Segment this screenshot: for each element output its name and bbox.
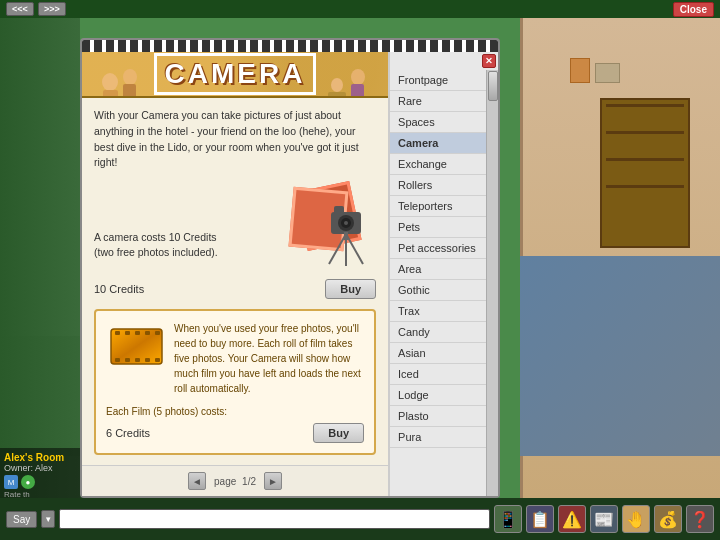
bottom-toolbar: Say ▼ 📱 📋 ⚠️ 📰 🤚 💰 ❓ [0, 498, 720, 540]
catalog-left-panel: CAMERA With your Camera you can take pic… [82, 52, 389, 496]
catalog-close-button[interactable]: ✕ [482, 54, 496, 68]
catalog-item-rare[interactable]: Rare [390, 91, 498, 112]
price-row: 10 Credits Buy [94, 279, 376, 299]
user-info-panel: Alex's Room Owner: Alex M ● Rate th [0, 448, 90, 498]
catalog-item-candy[interactable]: Candy [390, 322, 498, 343]
svg-point-4 [351, 69, 365, 85]
item-price: 10 Credits [94, 283, 144, 295]
svg-rect-22 [145, 331, 150, 335]
film-price: 6 Credits [106, 427, 150, 439]
chair-decoration [570, 58, 590, 83]
film-description: When you've used your free photos, you'l… [174, 321, 364, 396]
svg-rect-16 [344, 232, 348, 240]
chat-input[interactable] [59, 509, 490, 529]
forward-button[interactable]: >>> [38, 2, 66, 16]
svg-rect-6 [328, 92, 346, 98]
svg-rect-23 [155, 331, 160, 335]
svg-rect-1 [103, 90, 118, 98]
room-decorations [520, 38, 720, 108]
catalog-item-pura[interactable]: Pura [390, 427, 498, 448]
svg-line-8 [329, 234, 346, 264]
film-price-row: 6 Credits Buy [106, 423, 364, 443]
catalog-item-rollers[interactable]: Rollers [390, 175, 498, 196]
svg-point-0 [102, 73, 118, 91]
svg-point-15 [344, 221, 348, 225]
svg-rect-20 [125, 331, 130, 335]
camera-description: With your Camera you can take pictures o… [94, 108, 376, 171]
prev-page-button[interactable]: ◄ [188, 472, 206, 490]
catalog-item-pets[interactable]: Pets [390, 217, 498, 238]
game-area: Alex's Room Owner: Alex M ● Rate th [0, 18, 720, 498]
banner-decoration-right [323, 57, 383, 98]
catalog-item-teleporters[interactable]: Teleporters [390, 196, 498, 217]
catalog-item-pet-accessories[interactable]: Pet accessories [390, 238, 498, 259]
catalog-icon[interactable]: 📋 [526, 505, 554, 533]
svg-point-2 [123, 69, 137, 85]
catalog-item-gothic[interactable]: Gothic [390, 280, 498, 301]
catalog-item-asian[interactable]: Asian [390, 343, 498, 364]
top-navigation-bar: <<< >>> Close [0, 0, 720, 18]
help-icon[interactable]: ❓ [686, 505, 714, 533]
camera-photo-illustration [276, 181, 376, 271]
camera-price-desc: A camera costs 10 Credits(two free photo… [94, 230, 272, 262]
svg-rect-25 [125, 358, 130, 362]
banner-decoration-left [90, 57, 150, 98]
svg-rect-5 [351, 84, 364, 98]
next-page-button[interactable]: ► [264, 472, 282, 490]
film-buy-button[interactable]: Buy [313, 423, 364, 443]
catalog-content-area: CAMERA With your Camera you can take pic… [82, 52, 498, 496]
badge-1: M [4, 475, 18, 489]
pagination-bar: ◄ page 1/2 ► [82, 465, 388, 496]
table-decoration [595, 63, 620, 83]
svg-rect-28 [155, 358, 160, 362]
catalog-item-iced[interactable]: Iced [390, 364, 498, 385]
say-dropdown[interactable]: ▼ [41, 510, 55, 528]
catalog-item-lodge[interactable]: Lodge [390, 385, 498, 406]
svg-rect-26 [135, 358, 140, 362]
alert-icon[interactable]: ⚠️ [558, 505, 586, 533]
svg-rect-19 [115, 331, 120, 335]
film-icon-area [106, 321, 166, 371]
catalog-item-plasto[interactable]: Plasto [390, 406, 498, 427]
catalog-item-exchange[interactable]: Exchange [390, 154, 498, 175]
catalog-item-frontpage[interactable]: Frontpage [390, 70, 498, 91]
svg-rect-3 [123, 84, 136, 98]
credits-icon[interactable]: 💰 [654, 505, 682, 533]
camera-banner: CAMERA [82, 52, 388, 98]
phone-icon[interactable]: 📱 [494, 505, 522, 533]
film-info-box: When you've used your free photos, you'l… [94, 309, 376, 455]
film-price-intro: Each Film (5 photos) costs: [106, 404, 364, 419]
close-button[interactable]: Close [673, 2, 714, 17]
badge-2: ● [21, 475, 35, 489]
bookshelf [600, 98, 690, 248]
catalog-item-spaces[interactable]: Spaces [390, 112, 498, 133]
room-name: Alex's Room [4, 452, 86, 463]
hand-icon[interactable]: 🤚 [622, 505, 650, 533]
svg-line-10 [346, 234, 363, 264]
catalog-item-camera[interactable]: Camera [390, 133, 498, 154]
film-box-inner: When you've used your free photos, you'l… [106, 321, 364, 396]
page-indicator: page 1/2 [214, 476, 256, 487]
camera-tripod-icon [319, 194, 374, 271]
news-icon[interactable]: 📰 [590, 505, 618, 533]
svg-rect-27 [145, 358, 150, 362]
svg-rect-12 [334, 206, 344, 214]
svg-rect-21 [135, 331, 140, 335]
owner-label: Owner: Alex [4, 463, 86, 473]
back-button[interactable]: <<< [6, 2, 34, 16]
category-scrollbar[interactable] [486, 70, 498, 496]
svg-point-7 [331, 78, 343, 92]
catalog-item-area[interactable]: Area [390, 259, 498, 280]
catalog-window: CAMERA With your Camera you can take pic… [80, 38, 500, 498]
user-badges: M ● [4, 475, 86, 489]
catalog-main-content: With your Camera you can take pictures o… [82, 98, 388, 465]
camera-illustration-area: A camera costs 10 Credits(two free photo… [94, 181, 376, 271]
scrollbar-thumb[interactable] [488, 71, 498, 101]
catalog-title: CAMERA [154, 53, 317, 95]
buy-button[interactable]: Buy [325, 279, 376, 299]
camera-desc-2: A camera costs 10 Credits(two free photo… [94, 230, 272, 272]
room-floor [520, 256, 720, 456]
catalog-item-trax[interactable]: Trax [390, 301, 498, 322]
catalog-category-list: FrontpageRareSpacesCameraExchangeRollers… [390, 70, 498, 496]
say-button[interactable]: Say [6, 511, 37, 528]
